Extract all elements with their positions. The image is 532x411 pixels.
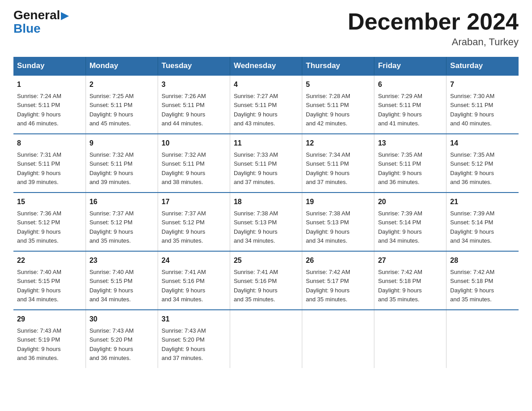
day-info: Sunrise: 7:40 AMSunset: 5:15 PMDaylight:… — [90, 269, 134, 303]
day-info: Sunrise: 7:37 AMSunset: 5:12 PMDaylight:… — [162, 210, 206, 244]
logo-blue-text: Blue — [13, 21, 41, 36]
col-monday: Monday — [86, 57, 158, 75]
table-row: 29 Sunrise: 7:43 AMSunset: 5:19 PMDaylig… — [13, 310, 86, 368]
day-info: Sunrise: 7:38 AMSunset: 5:13 PMDaylight:… — [306, 210, 350, 244]
day-number: 26 — [306, 255, 370, 266]
day-number: 23 — [90, 255, 154, 266]
day-info: Sunrise: 7:35 AMSunset: 5:12 PMDaylight:… — [450, 151, 494, 185]
day-info: Sunrise: 7:27 AMSunset: 5:11 PMDaylight:… — [234, 93, 278, 127]
calendar-week-row: 15 Sunrise: 7:36 AMSunset: 5:12 PMDaylig… — [13, 193, 519, 251]
table-row: 28 Sunrise: 7:42 AMSunset: 5:18 PMDaylig… — [446, 251, 519, 310]
day-info: Sunrise: 7:42 AMSunset: 5:18 PMDaylight:… — [378, 269, 422, 303]
day-info: Sunrise: 7:32 AMSunset: 5:11 PMDaylight:… — [90, 151, 134, 185]
day-number: 31 — [162, 314, 226, 325]
table-row: 25 Sunrise: 7:41 AMSunset: 5:16 PMDaylig… — [230, 251, 302, 310]
day-number: 9 — [90, 138, 154, 149]
day-number: 7 — [450, 79, 515, 90]
table-row: 11 Sunrise: 7:33 AMSunset: 5:11 PMDaylig… — [230, 134, 302, 193]
day-number: 29 — [17, 314, 82, 325]
day-number: 5 — [306, 79, 370, 90]
calendar-week-row: 1 Sunrise: 7:24 AMSunset: 5:11 PMDayligh… — [13, 75, 519, 134]
day-info: Sunrise: 7:43 AMSunset: 5:20 PMDaylight:… — [90, 327, 134, 361]
day-info: Sunrise: 7:43 AMSunset: 5:19 PMDaylight:… — [17, 327, 61, 361]
table-row: 24 Sunrise: 7:41 AMSunset: 5:16 PMDaylig… — [158, 251, 230, 310]
day-info: Sunrise: 7:35 AMSunset: 5:11 PMDaylight:… — [378, 151, 422, 185]
day-info: Sunrise: 7:26 AMSunset: 5:11 PMDaylight:… — [162, 93, 206, 127]
col-saturday: Saturday — [446, 57, 519, 75]
day-info: Sunrise: 7:30 AMSunset: 5:11 PMDaylight:… — [450, 93, 494, 127]
day-number: 6 — [378, 79, 442, 90]
day-number: 13 — [378, 138, 442, 149]
day-number: 21 — [450, 197, 515, 207]
day-number: 25 — [234, 255, 298, 266]
day-info: Sunrise: 7:36 AMSunset: 5:12 PMDaylight:… — [17, 210, 61, 244]
day-number: 30 — [90, 314, 154, 325]
day-number: 17 — [162, 197, 226, 207]
day-number: 15 — [17, 197, 82, 207]
table-row: 5 Sunrise: 7:28 AMSunset: 5:11 PMDayligh… — [302, 75, 374, 134]
day-info: Sunrise: 7:24 AMSunset: 5:11 PMDaylight:… — [17, 93, 61, 127]
table-row — [302, 310, 374, 368]
table-row: 1 Sunrise: 7:24 AMSunset: 5:11 PMDayligh… — [13, 75, 86, 134]
table-row — [374, 310, 446, 368]
day-info: Sunrise: 7:37 AMSunset: 5:12 PMDaylight:… — [90, 210, 134, 244]
day-info: Sunrise: 7:39 AMSunset: 5:14 PMDaylight:… — [450, 210, 494, 244]
day-number: 19 — [306, 197, 370, 207]
table-row: 8 Sunrise: 7:31 AMSunset: 5:11 PMDayligh… — [13, 134, 86, 193]
table-row: 19 Sunrise: 7:38 AMSunset: 5:13 PMDaylig… — [302, 193, 374, 251]
svg-marker-0 — [61, 12, 69, 20]
table-row: 7 Sunrise: 7:30 AMSunset: 5:11 PMDayligh… — [446, 75, 519, 134]
day-info: Sunrise: 7:39 AMSunset: 5:14 PMDaylight:… — [378, 210, 422, 244]
calendar-week-row: 22 Sunrise: 7:40 AMSunset: 5:15 PMDaylig… — [13, 251, 519, 310]
table-row: 18 Sunrise: 7:38 AMSunset: 5:13 PMDaylig… — [230, 193, 302, 251]
col-sunday: Sunday — [13, 57, 86, 75]
logo-triangle-icon — [61, 12, 69, 20]
day-number: 8 — [17, 138, 82, 149]
day-info: Sunrise: 7:25 AMSunset: 5:11 PMDaylight:… — [90, 93, 134, 127]
table-row: 23 Sunrise: 7:40 AMSunset: 5:15 PMDaylig… — [86, 251, 158, 310]
day-number: 16 — [90, 197, 154, 207]
day-info: Sunrise: 7:42 AMSunset: 5:17 PMDaylight:… — [306, 269, 350, 303]
day-info: Sunrise: 7:41 AMSunset: 5:16 PMDaylight:… — [162, 269, 206, 303]
day-number: 18 — [234, 197, 298, 207]
day-info: Sunrise: 7:42 AMSunset: 5:18 PMDaylight:… — [450, 269, 494, 303]
day-info: Sunrise: 7:32 AMSunset: 5:11 PMDaylight:… — [162, 151, 206, 185]
table-row: 4 Sunrise: 7:27 AMSunset: 5:11 PMDayligh… — [230, 75, 302, 134]
day-info: Sunrise: 7:41 AMSunset: 5:16 PMDaylight:… — [234, 269, 278, 303]
day-info: Sunrise: 7:31 AMSunset: 5:11 PMDaylight:… — [17, 151, 61, 185]
logo: General Blue — [13, 9, 69, 36]
table-row: 14 Sunrise: 7:35 AMSunset: 5:12 PMDaylig… — [446, 134, 519, 193]
title-block: December 2024 Araban, Turkey — [348, 9, 519, 48]
col-thursday: Thursday — [302, 57, 374, 75]
day-info: Sunrise: 7:33 AMSunset: 5:11 PMDaylight:… — [234, 151, 278, 185]
day-info: Sunrise: 7:40 AMSunset: 5:15 PMDaylight:… — [17, 269, 61, 303]
day-number: 12 — [306, 138, 370, 149]
day-number: 1 — [17, 79, 82, 90]
logo-general-text: General — [13, 9, 69, 21]
day-info: Sunrise: 7:29 AMSunset: 5:11 PMDaylight:… — [378, 93, 422, 127]
day-number: 27 — [378, 255, 442, 266]
table-row: 20 Sunrise: 7:39 AMSunset: 5:14 PMDaylig… — [374, 193, 446, 251]
calendar-week-row: 8 Sunrise: 7:31 AMSunset: 5:11 PMDayligh… — [13, 134, 519, 193]
day-number: 14 — [450, 138, 515, 149]
table-row: 21 Sunrise: 7:39 AMSunset: 5:14 PMDaylig… — [446, 193, 519, 251]
location-text: Araban, Turkey — [348, 36, 519, 48]
table-row: 9 Sunrise: 7:32 AMSunset: 5:11 PMDayligh… — [86, 134, 158, 193]
table-row: 12 Sunrise: 7:34 AMSunset: 5:11 PMDaylig… — [302, 134, 374, 193]
table-row: 2 Sunrise: 7:25 AMSunset: 5:11 PMDayligh… — [86, 75, 158, 134]
col-tuesday: Tuesday — [158, 57, 230, 75]
table-row: 26 Sunrise: 7:42 AMSunset: 5:17 PMDaylig… — [302, 251, 374, 310]
table-row: 17 Sunrise: 7:37 AMSunset: 5:12 PMDaylig… — [158, 193, 230, 251]
month-title: December 2024 — [348, 9, 519, 34]
day-info: Sunrise: 7:38 AMSunset: 5:13 PMDaylight:… — [234, 210, 278, 244]
day-number: 4 — [234, 79, 298, 90]
table-row: 16 Sunrise: 7:37 AMSunset: 5:12 PMDaylig… — [86, 193, 158, 251]
table-row: 31 Sunrise: 7:43 AMSunset: 5:20 PMDaylig… — [158, 310, 230, 368]
table-row — [230, 310, 302, 368]
calendar-week-row: 29 Sunrise: 7:43 AMSunset: 5:19 PMDaylig… — [13, 310, 519, 368]
table-row: 22 Sunrise: 7:40 AMSunset: 5:15 PMDaylig… — [13, 251, 86, 310]
day-number: 24 — [162, 255, 226, 266]
calendar-header-row: Sunday Monday Tuesday Wednesday Thursday… — [13, 57, 519, 75]
table-row — [446, 310, 519, 368]
table-row: 15 Sunrise: 7:36 AMSunset: 5:12 PMDaylig… — [13, 193, 86, 251]
